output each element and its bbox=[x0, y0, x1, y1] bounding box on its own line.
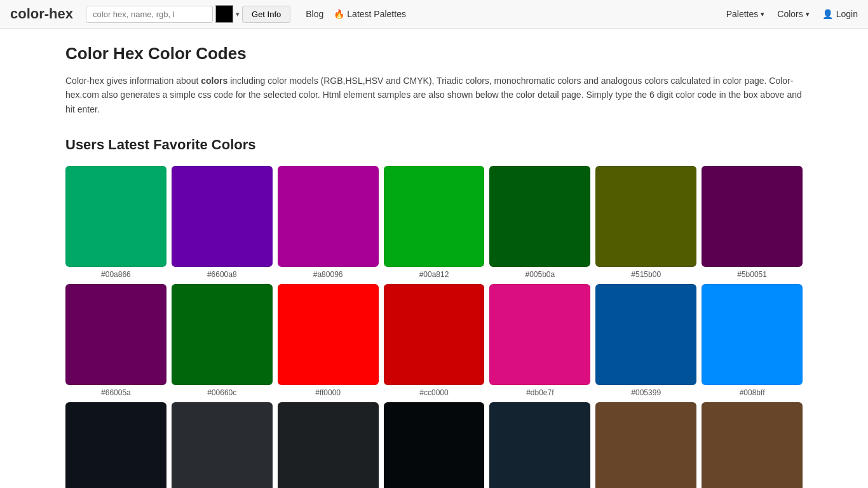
color-swatch bbox=[384, 166, 485, 267]
color-item[interactable]: #515b00 bbox=[595, 166, 696, 279]
color-swatch bbox=[595, 402, 696, 488]
latest-palettes-link[interactable]: Latest Palettes bbox=[334, 9, 406, 19]
search-area: ▾ Get Info bbox=[86, 5, 290, 23]
color-swatch bbox=[65, 166, 166, 267]
color-item[interactable]: #1d2023 bbox=[278, 402, 379, 488]
color-item[interactable]: #cc0000 bbox=[384, 284, 485, 397]
color-item[interactable]: #292d31 bbox=[172, 402, 273, 488]
color-code-label: #a80096 bbox=[313, 270, 343, 279]
color-item[interactable]: #674529 bbox=[595, 402, 696, 488]
color-code-label: #cc0000 bbox=[419, 388, 448, 397]
color-item[interactable]: #66005a bbox=[65, 284, 166, 397]
section-title: Users Latest Favorite Colors bbox=[65, 137, 803, 153]
nav-links: Blog Latest Palettes bbox=[306, 9, 406, 19]
color-swatch bbox=[384, 284, 485, 385]
color-item[interactable]: #008bff bbox=[702, 284, 803, 397]
color-swatch bbox=[278, 166, 379, 267]
color-code-label: #00a866 bbox=[101, 270, 131, 279]
color-swatch bbox=[278, 402, 379, 488]
color-swatch bbox=[65, 402, 166, 488]
color-item[interactable]: #674529 bbox=[702, 402, 803, 488]
color-item[interactable]: #00a812 bbox=[384, 166, 485, 279]
color-code-label: #6600a8 bbox=[207, 270, 237, 279]
color-code-label: #005b0a bbox=[525, 270, 555, 279]
color-item[interactable]: #05080b bbox=[384, 402, 485, 488]
page-title: Color Hex Color Codes bbox=[65, 44, 803, 64]
blog-link[interactable]: Blog bbox=[306, 9, 323, 19]
color-code-label: #00660c bbox=[207, 388, 236, 397]
color-swatch bbox=[384, 402, 485, 488]
color-code-label: #515b00 bbox=[631, 270, 661, 279]
color-item[interactable]: #6600a8 bbox=[172, 166, 273, 279]
color-item[interactable]: #005b0a bbox=[489, 166, 590, 279]
color-item[interactable]: #005399 bbox=[595, 284, 696, 397]
color-item[interactable]: #db0e7f bbox=[489, 284, 590, 397]
color-swatch bbox=[595, 166, 696, 267]
color-item[interactable]: #5b0051 bbox=[702, 166, 803, 279]
color-swatch bbox=[702, 402, 803, 488]
logo[interactable]: color-hex bbox=[10, 6, 73, 22]
color-swatch bbox=[489, 166, 590, 267]
color-item[interactable]: #a80096 bbox=[278, 166, 379, 279]
color-item[interactable]: #00a866 bbox=[65, 166, 166, 279]
color-code-label: #66005a bbox=[101, 388, 131, 397]
color-swatch bbox=[172, 284, 273, 385]
color-swatch bbox=[595, 284, 696, 385]
colors-dropdown[interactable]: Colors bbox=[777, 9, 809, 19]
color-swatch bbox=[278, 284, 379, 385]
nav-right: Palettes Colors Login bbox=[726, 9, 858, 19]
color-swatch bbox=[702, 284, 803, 385]
login-button[interactable]: Login bbox=[822, 9, 858, 19]
color-code-label: #00a812 bbox=[419, 270, 449, 279]
color-swatch bbox=[172, 402, 273, 488]
color-item[interactable]: #132330 bbox=[489, 402, 590, 488]
color-code-label: #db0e7f bbox=[526, 388, 553, 397]
get-info-button[interactable]: Get Info bbox=[242, 6, 290, 23]
color-dropdown-arrow[interactable]: ▾ bbox=[236, 10, 240, 18]
palettes-dropdown[interactable]: Palettes bbox=[726, 9, 765, 19]
color-swatch bbox=[489, 402, 590, 488]
header: color-hex ▾ Get Info Blog Latest Palette… bbox=[0, 0, 868, 29]
color-item[interactable]: #00660c bbox=[172, 284, 273, 397]
page-description: Color-hex gives information about colors… bbox=[65, 74, 803, 116]
color-swatch bbox=[65, 284, 166, 385]
color-preview-box[interactable] bbox=[215, 5, 233, 23]
color-item[interactable]: #ff0000 bbox=[278, 284, 379, 397]
color-code-label: #008bff bbox=[740, 388, 765, 397]
color-code-label: #005399 bbox=[631, 388, 661, 397]
description-bold: colors bbox=[201, 76, 227, 86]
description-part1: Color-hex gives information about bbox=[65, 76, 201, 86]
color-item[interactable]: #0d1318 bbox=[65, 402, 166, 488]
color-swatch bbox=[172, 166, 273, 267]
color-code-label: #ff0000 bbox=[315, 388, 341, 397]
color-swatch bbox=[489, 284, 590, 385]
search-input[interactable] bbox=[86, 6, 213, 23]
main-content: Color Hex Color Codes Color-hex gives in… bbox=[53, 29, 815, 488]
color-code-label: #5b0051 bbox=[737, 270, 767, 279]
color-grid: #00a866#6600a8#a80096#00a812#005b0a#515b… bbox=[65, 166, 803, 488]
color-swatch bbox=[702, 166, 803, 267]
